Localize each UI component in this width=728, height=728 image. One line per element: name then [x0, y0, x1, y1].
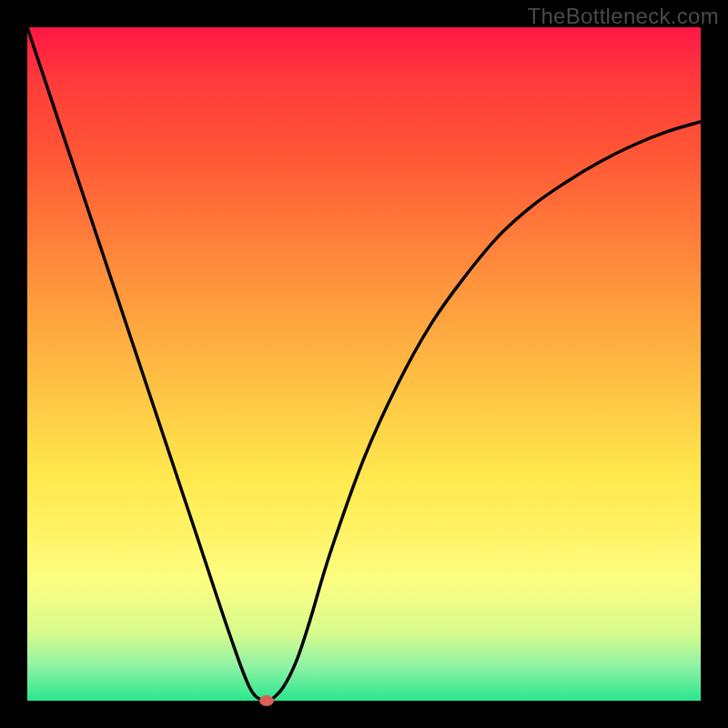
watermark-text: TheBottleneck.com: [527, 4, 719, 29]
bottleneck-curve: [27, 27, 701, 701]
chart-frame: TheBottleneck.com: [0, 0, 728, 728]
optimal-point-marker: [259, 695, 274, 706]
plot-area: [27, 27, 701, 701]
